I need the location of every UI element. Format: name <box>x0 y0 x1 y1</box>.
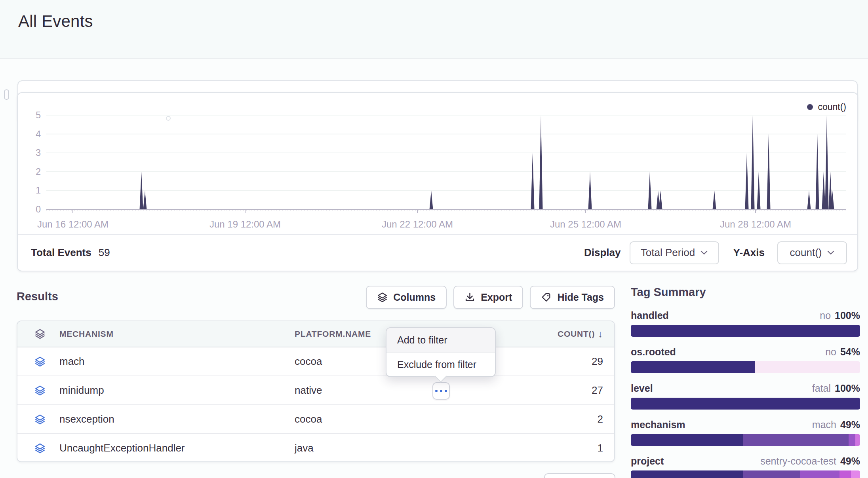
cell-platform[interactable]: native <box>295 376 322 404</box>
cell-action-menu: Add to filter Exclude from filter <box>386 327 496 377</box>
yaxis-dropdown[interactable]: count() <box>777 241 847 264</box>
tag-summary-entry: mechanismmach49% <box>631 419 860 446</box>
table-row[interactable]: UncaughtExceptionHandler java 1 <box>17 434 614 462</box>
hide-tags-button[interactable]: Hide Tags <box>530 286 615 309</box>
tag-bar-segment[interactable] <box>631 398 860 410</box>
tag-label-row: os.rootedno54% <box>631 346 860 358</box>
tag-name[interactable]: handled <box>631 310 669 321</box>
tag-bar-segment[interactable] <box>851 470 860 478</box>
cell-mechanism[interactable]: minidump <box>59 376 104 404</box>
tag-bar-segment[interactable] <box>849 434 855 446</box>
table-row[interactable]: mach cocoa 29 <box>17 347 614 376</box>
pagination-button[interactable] <box>544 473 615 478</box>
chart-spike[interactable] <box>430 190 433 209</box>
tag-bar-segment[interactable] <box>839 470 851 478</box>
chart-controls: Display Total Period Y-Axis count() <box>584 241 847 264</box>
hide-tags-button-label: Hide Tags <box>557 292 604 303</box>
chart-spike[interactable] <box>745 153 749 209</box>
tag-bar-segment[interactable] <box>631 434 743 446</box>
display-label: Display <box>584 247 621 259</box>
tag-distribution-bar[interactable] <box>631 434 860 446</box>
cell-mechanism[interactable]: UncaughtExceptionHandler <box>59 434 185 462</box>
stack-events-icon[interactable] <box>34 434 46 462</box>
tag-summary-entry: levelfatal100% <box>631 383 860 410</box>
tag-bar-segment[interactable] <box>743 434 849 446</box>
tag-name[interactable]: os.rooted <box>631 346 676 358</box>
column-header-mechanism[interactable]: MECHANISM <box>59 321 114 347</box>
chart-spike[interactable] <box>825 115 829 209</box>
cell-mechanism[interactable]: mach <box>59 347 85 376</box>
svg-text:Jun 16 12:00 AM: Jun 16 12:00 AM <box>37 219 108 230</box>
cell-count: 1 <box>598 434 603 462</box>
tag-summary-entries: handledno100%os.rootedno54%levelfatal100… <box>631 310 860 478</box>
tag-bar-segment[interactable] <box>855 434 860 446</box>
tag-top-value: no <box>820 310 831 321</box>
yaxis-label: Y-Axis <box>733 247 765 259</box>
display-dropdown[interactable]: Total Period <box>630 241 719 264</box>
tag-bar-segment[interactable] <box>743 470 801 478</box>
tag-name[interactable]: project <box>631 455 664 467</box>
chart-spike[interactable] <box>713 190 716 209</box>
chart-spike[interactable] <box>143 190 147 209</box>
tag-bar-segment[interactable] <box>755 361 860 373</box>
tag-name[interactable]: level <box>631 383 653 394</box>
tag-bar-segment[interactable] <box>631 325 860 337</box>
cell-count: 29 <box>592 347 603 376</box>
cell-actions-button[interactable] <box>432 382 450 400</box>
download-icon <box>464 292 475 303</box>
tag-summary-title: Tag Summary <box>631 286 860 299</box>
chart-spike[interactable] <box>807 190 811 209</box>
tag-percentage: 54% <box>840 346 860 358</box>
tag-name[interactable]: mechanism <box>631 419 685 431</box>
chart-spike[interactable] <box>659 190 662 209</box>
tag-distribution-bar[interactable] <box>631 470 860 478</box>
legend-label: count() <box>818 102 846 112</box>
tag-label-row: levelfatal100% <box>631 383 860 394</box>
cell-platform[interactable]: java <box>295 434 314 462</box>
tag-label-row: projectsentry-cocoa-test49% <box>631 455 860 467</box>
tag-distribution-bar[interactable] <box>631 398 860 410</box>
chevron-down-icon <box>827 250 834 255</box>
results-toolbar: Columns Export Hide Tags <box>366 286 615 309</box>
tag-label-row: handledno100% <box>631 310 860 321</box>
export-button-label: Export <box>481 292 512 303</box>
column-header-count[interactable]: COUNT() ↓ <box>558 321 603 347</box>
svg-text:Jun 22 12:00 AM: Jun 22 12:00 AM <box>382 219 453 230</box>
events-chart[interactable]: 012345Jun 16 12:00 AMJun 19 12:00 AMJun … <box>18 93 859 234</box>
stack-events-icon[interactable] <box>34 376 46 404</box>
scroll-pill[interactable] <box>4 89 9 100</box>
yaxis-dropdown-value: count() <box>790 247 822 259</box>
stack-icon[interactable] <box>34 321 46 347</box>
display-dropdown-value: Total Period <box>641 247 695 259</box>
total-events-value: 59 <box>99 247 110 259</box>
page-header: All Events <box>0 0 868 59</box>
cell-platform[interactable]: cocoa <box>295 405 322 433</box>
column-header-platform[interactable]: PLATFORM.NAME <box>295 321 371 347</box>
svg-text:1: 1 <box>36 185 41 195</box>
tag-bar-segment[interactable] <box>631 361 755 373</box>
tag-percentage: 100% <box>835 310 860 321</box>
chart-spike[interactable] <box>539 115 543 209</box>
legend-dot-icon <box>807 104 813 110</box>
dot-icon <box>445 390 447 392</box>
table-row[interactable]: minidump native 27 <box>17 376 614 405</box>
tag-distribution-bar[interactable] <box>631 361 860 373</box>
columns-button[interactable]: Columns <box>366 286 447 309</box>
export-button[interactable]: Export <box>453 286 523 309</box>
tag-bar-segment[interactable] <box>631 470 743 478</box>
tag-summary-entry: projectsentry-cocoa-test49% <box>631 455 860 478</box>
tag-percentage: 49% <box>840 455 860 467</box>
chart-spike[interactable] <box>751 115 755 209</box>
stack-events-icon[interactable] <box>34 347 46 376</box>
table-row[interactable]: nsexception cocoa 2 <box>17 405 614 434</box>
stack-events-icon[interactable] <box>34 405 46 433</box>
chart-spike[interactable] <box>531 153 535 209</box>
cell-platform[interactable]: cocoa <box>295 347 322 376</box>
tag-bar-segment[interactable] <box>800 470 839 478</box>
cell-mechanism[interactable]: nsexception <box>59 405 114 433</box>
count-header-label: COUNT() <box>558 329 595 339</box>
tag-top-value: sentry-cocoa-test <box>760 455 836 467</box>
tag-distribution-bar[interactable] <box>631 325 860 337</box>
results-heading: Results <box>17 290 58 303</box>
menu-item-add-to-filter[interactable]: Add to filter <box>386 328 495 352</box>
